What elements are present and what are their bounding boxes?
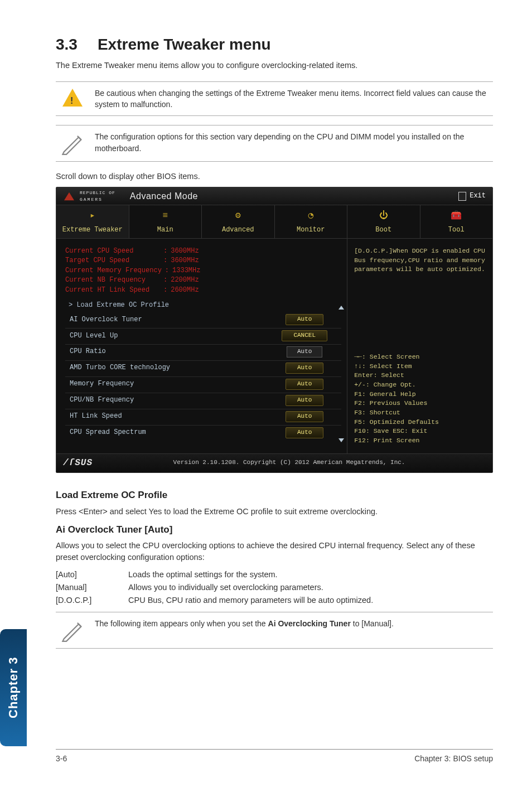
row-label: CPU Spread Spectrum [70,428,271,437]
load-extreme-oc-profile[interactable]: > Load Extreme OC Profile [69,301,341,310]
spec-label: Current CPU Speed [65,247,160,256]
row-cpu-level-up[interactable]: CPU Level Up CANCEL [65,328,341,343]
option-desc: CPU Bus, CPU ratio and memory parameters… [128,595,493,606]
tab-extreme-tweaker[interactable]: ▸ Extreme Tweaker [56,205,129,238]
key-line: +/-: Change Opt. [354,380,486,390]
rog-icon: ▸ [59,210,127,223]
text-load-extreme-oc: Press <Enter> and select Yes to load the… [56,506,493,518]
row-amd-turbo-core[interactable]: AMD Turbo CORE technology Auto [65,360,341,375]
row-label: CPU Ratio [70,347,271,356]
spec-value: 3600MHz [171,256,199,265]
row-label: Memory Frequency [70,379,271,389]
tab-label: Extreme Tweaker [62,226,123,234]
exit-label: Exit [470,191,486,201]
bios-copyright: Version 2.10.1208. Copyright (C) 2012 Am… [93,458,486,467]
section-number: 3.3 [56,36,78,53]
note2-bold: Ai Overclocking Tuner [268,619,351,628]
note-icon [60,618,85,642]
row-value[interactable]: Auto [286,427,323,438]
scrollbar[interactable] [338,306,345,442]
row-cpu-spread-spectrum[interactable]: CPU Spread Spectrum Auto [65,425,341,440]
tab-label: Boot [375,226,391,234]
row-label: CPU Level Up [70,331,271,341]
row-value[interactable]: Auto [286,395,323,406]
key-line: F2: Previous Values [354,399,486,408]
tab-label: Tool [448,226,465,234]
section-heading: 3.3Extreme Tweaker menu [56,33,493,56]
scroll-up-icon[interactable] [338,306,344,310]
note2-post: to [Manual]. [351,619,394,628]
bios-exit-button[interactable]: Exit [458,191,486,201]
bios-mode: Advanced Mode [130,190,198,202]
chapter-side-tab: Chapter 3 [0,629,27,746]
note-callout-1: The configuration options for this secti… [56,125,493,162]
row-cpu-nb-frequency[interactable]: CPU/NB Frequency Auto [65,393,341,408]
bios-titlebar: REPUBLIC OF GAMERS Advanced Mode Exit [56,187,492,205]
page-footer: 3-6 Chapter 3: BIOS setup [56,749,493,764]
spec-label: Target CPU Speed [65,256,160,265]
list-icon: ≡ [132,210,200,223]
option-key: [Manual] [56,582,128,593]
tab-boot[interactable]: ⏻ Boot [347,205,420,238]
tab-label: Advanced [222,226,254,234]
warning-callout: Be cautious when changing the settings o… [56,81,493,117]
bios-footer: /ſSUS Version 2.10.1208. Copyright (C) 2… [56,453,492,472]
key-line: ↑↓: Select Item [354,362,486,371]
row-value[interactable]: Auto [286,379,323,390]
key-line: →←: Select Screen [354,352,486,362]
chapter-label: Chapter 3: BIOS setup [414,753,493,764]
row-value[interactable]: CANCEL [282,330,327,341]
heading-load-extreme-oc: Load Extreme OC Profile [56,489,493,503]
key-line: F5: Optimized Defaults [354,418,486,427]
key-line: F1: General Help [354,390,486,399]
option-desc: Loads the optimal settings for the syste… [128,569,493,581]
note-icon [60,131,85,156]
row-label: CPU/NB Frequency [70,395,271,405]
row-ht-link-speed[interactable]: HT Link Speed Auto [65,409,341,424]
row-value[interactable]: Auto [287,346,322,357]
tab-main[interactable]: ≡ Main [129,205,202,238]
key-line: F10: Save ESC: Exit [354,427,486,436]
option-row: [Manual] Allows you to individually set … [56,582,493,593]
warning-icon [60,88,85,107]
row-ai-overclock-tuner[interactable]: AI Overclock Tuner Auto [65,312,341,327]
option-row: [Auto] Loads the optimal settings for th… [56,569,493,581]
scroll-hint: Scroll down to display other BIOS items. [56,171,493,182]
bios-screenshot: REPUBLIC OF GAMERS Advanced Mode Exit ▸ … [56,187,493,473]
monitor-icon: ◔ [277,210,345,223]
key-line: F12: Print Screen [354,436,486,446]
option-row: [D.O.C.P.] CPU Bus, CPU ratio and memory… [56,595,493,606]
spec-value: 2600MHz [171,286,199,295]
section-title-text: Extreme Tweaker menu [98,36,271,53]
spec-block: Current CPU Speed:3600MHz Target CPU Spe… [65,247,341,295]
tab-monitor[interactable]: ◔ Monitor [275,205,348,238]
note-text-2: The following item appears only when you… [95,618,489,629]
spec-label: Current HT Link Speed [65,286,160,295]
spec-label: Current Memory Frequency [65,266,162,276]
brand-line1: REPUBLIC OF [80,190,115,196]
tab-tool[interactable]: 🧰 Tool [420,205,493,238]
scroll-down-icon[interactable] [338,438,344,442]
spec-label: Current NB Frequency [65,276,160,285]
row-label: HT Link Speed [70,412,271,421]
tab-label: Main [157,226,173,234]
row-memory-frequency[interactable]: Memory Frequency Auto [65,376,341,392]
tab-advanced[interactable]: ⚙ Advanced [202,205,275,238]
bios-tabs: ▸ Extreme Tweaker ≡ Main ⚙ Advanced ◔ Mo… [56,205,492,239]
key-line: F3: Shortcut [354,408,486,418]
row-label: AMD Turbo CORE technology [70,363,271,373]
brand-line2: GAMERS [80,196,115,203]
bios-help-pane: [D.O.C.P.]When DOCP is enabled CPU Bus f… [347,239,492,453]
row-value[interactable]: Auto [286,363,323,374]
row-value[interactable]: Auto [286,411,323,422]
option-desc: Allows you to individually set overclock… [128,582,493,593]
page-number: 3-6 [56,753,67,764]
row-cpu-ratio[interactable]: CPU Ratio Auto [65,344,341,359]
section-intro: The Extreme Tweaker menu items allow you… [56,60,493,71]
exit-icon [458,192,466,201]
help-text: [D.O.C.P.]When DOCP is enabled CPU Bus f… [354,247,486,274]
bios-left-pane: Current CPU Speed:3600MHz Target CPU Spe… [56,239,347,453]
spec-value: 2200MHz [171,276,199,285]
row-value[interactable]: Auto [286,314,323,325]
note-text-1: The configuration options for this secti… [95,131,489,154]
